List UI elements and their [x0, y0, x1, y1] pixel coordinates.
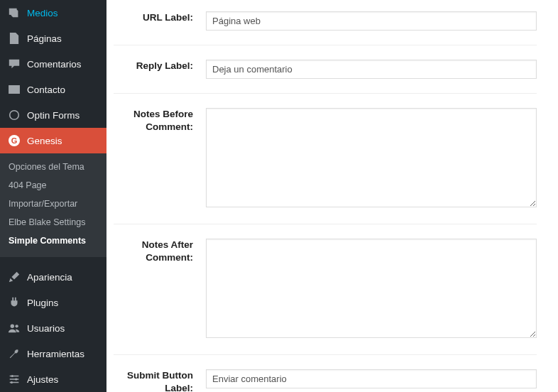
sidebar-item-optinforms[interactable]: Optin Forms — [0, 102, 106, 128]
sidebar-item-label: Apariencia — [27, 272, 72, 283]
sidebar-item-genesis[interactable]: G Genesis — [0, 128, 106, 153]
svg-point-1 — [10, 111, 19, 120]
sidebar-item-contact[interactable]: Contacto — [0, 77, 106, 102]
notes-after-textarea[interactable] — [206, 239, 537, 338]
sidebar-item-label: Plugins — [27, 298, 58, 308]
row-url-label: URL Label: — [114, 0, 537, 45]
notes-before-textarea[interactable] — [206, 108, 537, 207]
sidebar-item-comments[interactable]: Comentarios — [0, 51, 106, 77]
row-reply-label: Reply Label: — [114, 45, 537, 93]
row-submit-button-label: Submit Button Label: — [114, 354, 537, 392]
sidebar-item-users[interactable]: Usuarios — [0, 315, 106, 341]
field-label: Notes After Comment: — [114, 239, 206, 340]
settings-form: URL Label: Reply Label: Notes Before Com… — [106, 0, 558, 392]
users-icon — [7, 321, 21, 335]
sidebar-item-label: Medios — [27, 8, 58, 18]
submenu-simple-comments[interactable]: Simple Comments — [0, 232, 106, 250]
sliders-icon — [7, 372, 21, 386]
brush-icon — [7, 270, 21, 284]
sidebar-item-label: Herramientas — [27, 349, 84, 359]
field-label: Notes Before Comment: — [114, 108, 206, 209]
pages-icon — [7, 31, 21, 45]
admin-sidebar: Medios Páginas Comentarios Contacto Opti — [0, 0, 106, 392]
url-label-input[interactable] — [206, 11, 537, 31]
envelope-icon — [7, 82, 21, 97]
media-icon — [7, 6, 21, 20]
sidebar-item-settings[interactable]: Ajustes — [0, 366, 106, 392]
field-label: Reply Label: — [114, 60, 206, 79]
field-label: Submit Button Label: — [114, 369, 206, 392]
sidebar-item-media[interactable]: Medios — [0, 0, 106, 26]
submenu-elbe-blake[interactable]: Elbe Blake Settings — [0, 213, 106, 232]
svg-point-2 — [11, 325, 14, 328]
sidebar-item-pages[interactable]: Páginas — [0, 26, 106, 51]
row-notes-before: Notes Before Comment: — [114, 93, 537, 224]
sidebar-item-label: Páginas — [27, 33, 62, 44]
plug-icon — [7, 295, 21, 310]
comment-icon — [7, 57, 21, 71]
submit-button-label-input[interactable] — [206, 369, 537, 388]
circle-icon — [7, 108, 21, 122]
sidebar-item-label: Contacto — [27, 85, 65, 95]
row-notes-after: Notes After Comment: — [114, 224, 537, 354]
sidebar-item-label: Ajustes — [27, 374, 58, 385]
svg-point-5 — [15, 378, 17, 380]
genesis-submenu: Opciones del Tema 404 Page Importar/Expo… — [0, 153, 106, 257]
sidebar-item-label: Genesis — [27, 136, 62, 146]
submenu-import-export[interactable]: Importar/Exportar — [0, 195, 106, 213]
svg-point-3 — [15, 325, 18, 327]
submenu-theme-options[interactable]: Opciones del Tema — [0, 158, 106, 176]
sidebar-item-label: Usuarios — [27, 323, 65, 334]
genesis-icon: G — [7, 134, 21, 148]
reply-label-input[interactable] — [206, 60, 537, 79]
sidebar-item-appearance[interactable]: Apariencia — [0, 264, 106, 290]
svg-point-6 — [11, 381, 13, 383]
svg-point-4 — [11, 375, 13, 377]
field-label: URL Label: — [114, 11, 206, 31]
svg-point-0 — [11, 10, 13, 12]
sidebar-item-label: Comentarios — [27, 59, 82, 70]
sidebar-item-label: Optin Forms — [27, 110, 80, 121]
sidebar-item-plugins[interactable]: Plugins — [0, 290, 106, 315]
submenu-404-page[interactable]: 404 Page — [0, 176, 106, 195]
wrench-icon — [7, 347, 21, 361]
sidebar-item-tools[interactable]: Herramientas — [0, 341, 106, 366]
